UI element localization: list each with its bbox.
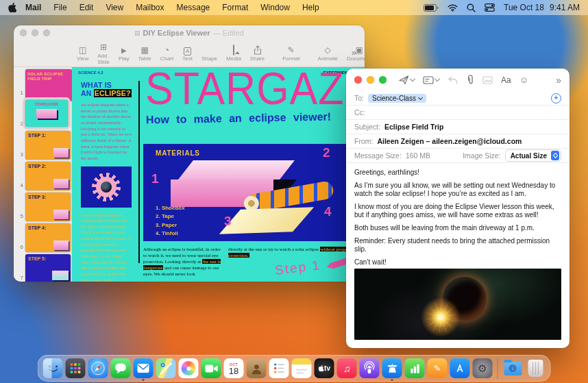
- search-icon[interactable]: [467, 3, 476, 12]
- send-button[interactable]: [399, 75, 415, 85]
- dock-podcasts[interactable]: [360, 358, 380, 378]
- slide-thumbnail-7[interactable]: STEP 5:: [25, 254, 71, 282]
- caution-text-col1: Although an eclipse is beautiful, in ord…: [143, 247, 223, 277]
- dock-calendar[interactable]: OCT 18: [224, 358, 244, 378]
- dock-music[interactable]: ♫: [337, 358, 357, 378]
- message-body[interactable]: Greetings, earthlings! As I’m sure you a…: [346, 162, 569, 266]
- menu-message[interactable]: Message: [171, 3, 217, 12]
- slide-thumbnail-1[interactable]: SOLAR ECLIPSE FIELD TRIP: [25, 69, 72, 101]
- format-icon: [288, 45, 295, 55]
- document-icon: ▤: [134, 29, 140, 36]
- header-fields-button[interactable]: [423, 76, 439, 84]
- zoom-button[interactable]: [379, 76, 387, 84]
- dock-pages[interactable]: ✎: [428, 358, 448, 378]
- slide-number: 1: [18, 90, 23, 96]
- insert-photo-button[interactable]: [482, 76, 493, 84]
- shape-button[interactable]: Shape: [201, 45, 217, 62]
- menu-bar-date[interactable]: Tue Oct 18: [504, 3, 544, 12]
- dock-system-settings[interactable]: ⚙: [473, 358, 493, 378]
- dock-divider: [498, 358, 498, 379]
- menu-mailbox[interactable]: Mailbox: [130, 3, 170, 12]
- chart-button[interactable]: Chart: [160, 45, 174, 62]
- menu-edit[interactable]: Edit: [73, 3, 100, 12]
- menu-view[interactable]: View: [99, 3, 130, 12]
- share-button[interactable]: Share: [250, 45, 265, 62]
- dock-downloads[interactable]: ↓: [503, 358, 523, 378]
- menu-bar: Mail File Edit View Mailbox Message Form…: [0, 0, 588, 15]
- slide-title: STARGAZER: [145, 67, 365, 114]
- dock-reminders[interactable]: [269, 358, 289, 378]
- reply-button[interactable]: [448, 76, 458, 84]
- message-size-row: Message Size: 160 MB Image Size: Actual …: [346, 148, 569, 162]
- column-divider: [138, 81, 140, 263]
- slide-thumbnail-2-selected[interactable]: STARGAZER: [25, 100, 68, 127]
- slide-number: 7: [18, 275, 23, 281]
- battery-icon[interactable]: [424, 4, 439, 12]
- view-button[interactable]: View: [77, 45, 88, 62]
- chart-icon: [164, 45, 169, 55]
- media-button[interactable]: Media: [226, 45, 241, 62]
- menu-bar-time[interactable]: 9:41 AM: [550, 3, 580, 12]
- menu-window[interactable]: Window: [254, 3, 296, 12]
- dock-safari[interactable]: [88, 358, 108, 378]
- materials-list: 1. Shoebox 2. Tape 3. Paper 4. Tinfoil: [156, 204, 185, 238]
- slide-subtitle: How to make an eclipse viewer!: [146, 111, 331, 127]
- menu-format[interactable]: Format: [216, 3, 254, 12]
- subject-field[interactable]: Subject: Eclipse Field Trip: [346, 119, 569, 134]
- window-title: DIY Eclipse Viewer: [143, 29, 210, 37]
- slide-thumbnail-5[interactable]: STEP 3:: [25, 193, 71, 221]
- close-button[interactable]: [20, 29, 27, 36]
- eclipse-photo-attachment[interactable]: [354, 269, 561, 340]
- control-center-icon[interactable]: [485, 3, 495, 12]
- toolbar-overflow-icon[interactable]: »: [556, 75, 561, 86]
- dock-photos[interactable]: [179, 358, 199, 378]
- format-button[interactable]: Format: [282, 45, 299, 62]
- format-text-button[interactable]: Aa: [501, 75, 511, 85]
- slide-thumbnail-6[interactable]: STEP 4:: [25, 223, 71, 252]
- play-button[interactable]: Play: [119, 45, 130, 62]
- slide-canvas[interactable]: SCIENCE 4.2 EXPERIMENT #11 WHAT IS AN EC…: [72, 67, 365, 282]
- dock-messages[interactable]: [111, 358, 131, 378]
- from-field[interactable]: From: Aileen Zeigen – aileen.zeigen@iclo…: [346, 134, 569, 148]
- menu-help[interactable]: Help: [296, 3, 326, 12]
- close-button[interactable]: [354, 76, 362, 84]
- table-button[interactable]: Table: [138, 45, 151, 62]
- dock-contacts[interactable]: [247, 358, 267, 378]
- dock-facetime[interactable]: [201, 358, 221, 378]
- dock-finder[interactable]: [43, 358, 63, 378]
- image-size-select[interactable]: Actual Size: [505, 149, 561, 162]
- dock-mail[interactable]: [134, 358, 154, 378]
- add-slide-button[interactable]: Add Slide: [97, 42, 110, 65]
- minimize-button[interactable]: [32, 29, 38, 36]
- slide-number: 4: [18, 182, 23, 188]
- minimize-button[interactable]: [367, 76, 374, 84]
- dock-notes[interactable]: [292, 358, 312, 378]
- emoji-button[interactable]: ☺: [519, 75, 528, 85]
- add-recipient-button[interactable]: +: [551, 93, 561, 103]
- slide-thumbnail-4[interactable]: STEP 2:: [25, 162, 71, 190]
- attach-button[interactable]: [466, 75, 474, 85]
- cc-field[interactable]: Cc:: [346, 105, 569, 119]
- dock-apple-tv[interactable]: tv: [315, 358, 334, 378]
- animate-button[interactable]: Animate: [318, 45, 338, 62]
- slide-thumbnail-3[interactable]: STEP 1:: [25, 131, 71, 160]
- text-button[interactable]: AText: [182, 45, 193, 62]
- dock-trash[interactable]: [526, 358, 546, 378]
- toolbar-overflow-icon[interactable]: »: [352, 47, 356, 58]
- dock-keynote[interactable]: [382, 358, 402, 378]
- step1-annotation: Step 1: [274, 258, 321, 278]
- dock-numbers[interactable]: [405, 358, 425, 378]
- dock-app-store[interactable]: [450, 358, 470, 378]
- dock-launchpad[interactable]: [66, 358, 86, 378]
- dock-maps[interactable]: [156, 358, 176, 378]
- animate-icon: [325, 45, 331, 55]
- wifi-icon[interactable]: [448, 4, 458, 12]
- menu-file[interactable]: File: [47, 3, 73, 12]
- running-indicator: [391, 379, 393, 381]
- recipient-token[interactable]: Science-Class: [368, 94, 426, 103]
- text-icon: A: [184, 45, 191, 55]
- to-field[interactable]: To: Science-Class +: [346, 91, 569, 105]
- menu-mail[interactable]: Mail: [19, 3, 47, 12]
- apple-menu-icon[interactable]: [8, 3, 16, 12]
- zoom-button[interactable]: [43, 29, 50, 36]
